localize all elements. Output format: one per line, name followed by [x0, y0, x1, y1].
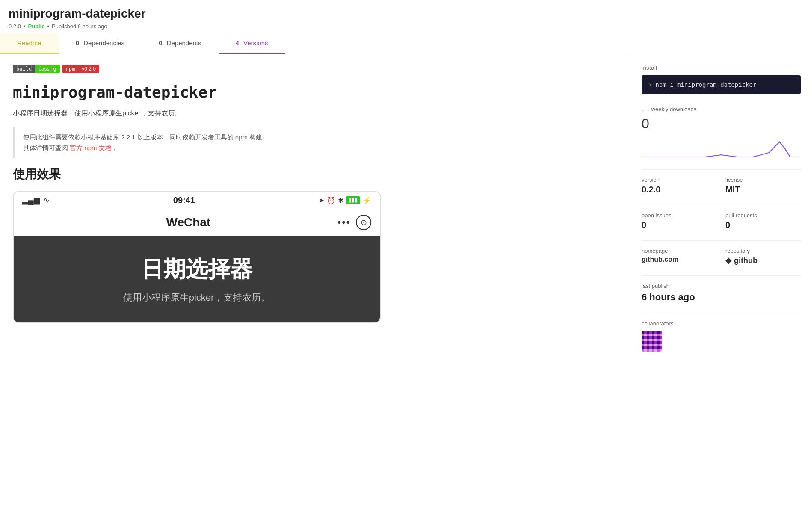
status-right: ➤ ⏰ ✱ ▮▮▮ ⚡ [319, 196, 371, 204]
battery-icon: ▮▮▮ [346, 196, 360, 204]
prs-label: pull requests [725, 212, 801, 219]
issues-label: open issues [642, 212, 717, 219]
alarm-icon: ⏰ [327, 196, 335, 204]
divider-2 [642, 205, 801, 205]
tab-dependents-label: Dependents [167, 39, 201, 47]
github-diamond-icon: ◆ [725, 256, 731, 265]
main-layout: build passing npm v0.2.0 miniprogram-dat… [0, 54, 811, 372]
install-prompt: > [648, 81, 652, 88]
npm-label: npm [62, 65, 79, 73]
build-status: passing [35, 65, 59, 73]
tab-versions[interactable]: 4 Versions [219, 33, 285, 54]
bluetooth-icon: ✱ [338, 196, 343, 204]
wechat-header: WeChat ••• ⊙ [14, 209, 380, 236]
license-label: license [725, 177, 801, 183]
signal-icon: ▂▄▆ [22, 195, 40, 205]
version-label: version [642, 177, 717, 183]
tab-dependencies[interactable]: 0 Dependencies [59, 33, 142, 54]
npm-version: v0.2.0 [78, 65, 99, 73]
version-value: 0.2.0 [642, 185, 717, 195]
blockquote-suffix: 。 [113, 144, 120, 151]
install-label: install [642, 65, 801, 71]
collaborator-avatar[interactable] [642, 331, 662, 352]
package-title: miniprogram-datepicker [9, 7, 802, 21]
phone-status-bar: ▂▄▆ ∿ 09:41 ➤ ⏰ ✱ ▮▮▮ ⚡ [14, 192, 380, 209]
divider-1 [642, 169, 801, 170]
repository-label: repository [725, 248, 801, 254]
version-item: version 0.2.0 [642, 177, 717, 195]
readme-description: 小程序日期选择器，使用小程序原生picker，支持农历。 [13, 108, 618, 119]
install-command-text: npm i miniprogram-datepicker [655, 81, 756, 88]
license-value: MIT [725, 185, 801, 195]
blockquote-link[interactable]: 官方 npm 文档 [70, 144, 112, 151]
downloads-label: ↓ ↓ weekly downloads [642, 106, 801, 112]
phone-content-sub: 使用小程序原生picker，支持农历。 [123, 291, 271, 304]
wifi-icon: ∿ [43, 195, 50, 205]
downloads-icon: ↓ [642, 106, 645, 112]
homepage-value[interactable]: github.com [642, 256, 717, 263]
wechat-menu-dots[interactable]: ••• [337, 216, 351, 228]
downloads-section: ↓ ↓ weekly downloads 0 [642, 106, 801, 159]
homepage-label: homepage [642, 248, 717, 254]
downloads-chart [642, 133, 801, 159]
tab-versions-label: Versions [243, 39, 268, 47]
divider-3 [642, 240, 801, 241]
license-item: license MIT [725, 177, 801, 195]
badges-row: build passing npm v0.2.0 [13, 65, 618, 73]
page-wrapper: miniprogram-datepicker 0.2.0 • Public • … [0, 0, 811, 372]
published-time: Published 6 hours ago [52, 23, 107, 30]
tab-versions-count: 4 [236, 39, 239, 47]
tab-deps-count: 0 [76, 39, 79, 47]
status-time: 09:41 [173, 195, 195, 205]
prs-item: pull requests 0 [725, 212, 801, 230]
repository-value[interactable]: ◆ github [725, 256, 801, 265]
status-left: ▂▄▆ ∿ [22, 195, 50, 205]
blockquote-line2: 具体详情可查阅 官方 npm 文档 。 [23, 142, 610, 154]
tab-readme[interactable]: Readme [0, 33, 59, 54]
homepage-item: homepage github.com [642, 248, 717, 265]
readme-title: miniprogram-datepicker [13, 83, 618, 101]
section-title: 使用效果 [13, 166, 618, 183]
arrow-icon: ➤ [319, 196, 324, 204]
sidebar: install > npm i miniprogram-datepicker ↓… [631, 54, 811, 372]
collaborators-section: collaborators [642, 320, 801, 352]
repository-item: repository ◆ github [725, 248, 801, 265]
blockquote-prefix: 具体详情可查阅 [23, 144, 68, 151]
chart-svg [642, 133, 801, 159]
install-section: install > npm i miniprogram-datepicker [642, 65, 801, 94]
blockquote-line1: 使用此组件需要依赖小程序基础库 2.2.1 以上版本，同时依赖开发者工具的 np… [23, 132, 610, 143]
meta-grid-3: homepage github.com repository ◆ github [642, 248, 801, 265]
issues-value: 0 [642, 220, 717, 230]
build-label: build [13, 65, 35, 73]
divider-4 [642, 275, 801, 276]
downloads-text: ↓ weekly downloads [647, 106, 697, 112]
lightning-icon: ⚡ [363, 196, 371, 204]
last-publish-value: 6 hours ago [642, 292, 801, 303]
meta-grid-1: version 0.2.0 license MIT [642, 177, 801, 195]
github-text: github [734, 256, 758, 265]
avatar-pattern [642, 331, 662, 352]
last-publish-label: last publish [642, 283, 801, 289]
downloads-count: 0 [642, 116, 801, 132]
package-version: 0.2.0 [9, 23, 21, 30]
divider-5 [642, 313, 801, 313]
tab-dependents[interactable]: 0 Dependents [142, 33, 218, 54]
phone-mockup: ▂▄▆ ∿ 09:41 ➤ ⏰ ✱ ▮▮▮ ⚡ WeChat [13, 191, 381, 323]
prs-value: 0 [725, 220, 801, 230]
collaborators-label: collaborators [642, 320, 801, 327]
tabs-bar: Readme 0 Dependencies 0 Dependents 4 Ver… [0, 33, 811, 54]
wechat-title: WeChat [166, 216, 211, 229]
phone-content-title: 日期选择器 [141, 254, 252, 284]
install-command-box[interactable]: > npm i miniprogram-datepicker [642, 75, 801, 94]
issues-item: open issues 0 [642, 212, 717, 230]
tab-dependents-count: 0 [159, 39, 162, 47]
phone-content: 日期选择器 使用小程序原生picker，支持农历。 [14, 236, 380, 322]
header: miniprogram-datepicker 0.2.0 • Public • … [0, 0, 811, 33]
wechat-scan-button[interactable]: ⊙ [356, 215, 371, 230]
last-publish-section: last publish 6 hours ago [642, 283, 801, 303]
tab-readme-label: Readme [17, 39, 41, 47]
public-badge: Public [28, 23, 44, 30]
meta-grid-2: open issues 0 pull requests 0 [642, 212, 801, 230]
readme-blockquote: 使用此组件需要依赖小程序基础库 2.2.1 以上版本，同时依赖开发者工具的 np… [13, 127, 618, 158]
package-meta: 0.2.0 • Public • Published 6 hours ago [9, 23, 802, 30]
